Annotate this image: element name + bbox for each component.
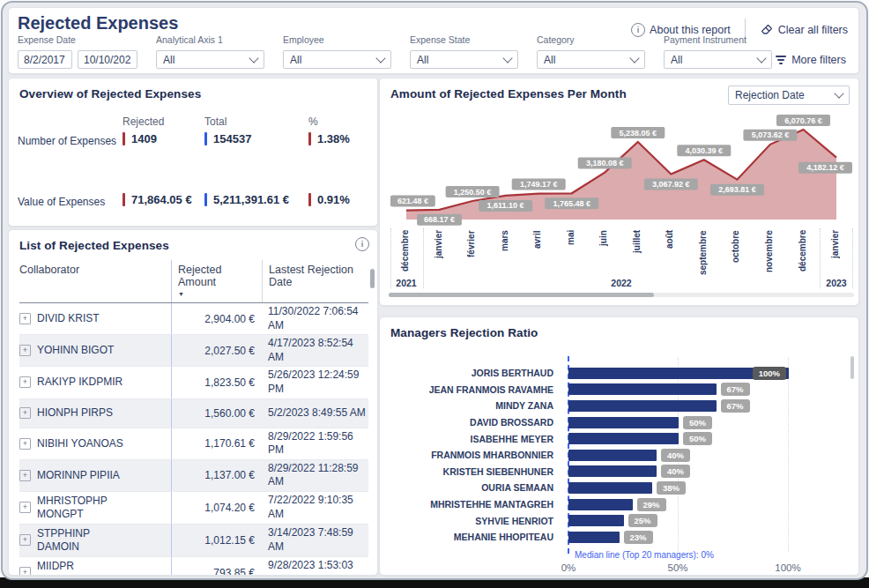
dropdown-employee[interactable]: All [283,50,391,69]
cell-rejection-date: 3/14/2023 7:48:59 AM [262,525,368,555]
axis-tick-0: 0% [561,562,576,573]
table-row[interactable]: +STPPHINP DAMOIN1,012.15 €3/14/2023 7:48… [19,525,368,557]
bar-isabehhe-meyer[interactable] [568,433,679,444]
data-label: 5,238.05 € [620,129,657,138]
bar-row[interactable]: OURIA SEMAAN38% [389,480,850,496]
bar-row[interactable]: DAVID BROSSARD50% [389,414,850,431]
table-row[interactable]: +MIIDPR JIARPGAIBPRRY793.85 €9/28/2023 1… [19,557,368,576]
clear-all-filters-button[interactable]: Clear all filters [760,23,848,37]
bar-track: 25% [568,515,789,526]
collaborator-name: DIVID KRIST [37,312,100,325]
cell-collaborator: +DIVID KRIST [19,309,171,328]
bar-row[interactable]: SYHVIE HENRIOT25% [389,512,850,529]
bar-mehanie-hhopiteau[interactable] [568,532,620,543]
table-row[interactable]: +MHRISTOPHP MONGPT1,074.20 €7/22/2022 9:… [19,492,368,525]
month-label: juin [598,230,608,276]
dropdown-analytical-axis-1[interactable]: All [156,50,264,69]
filter-icon [776,56,786,64]
bar-row[interactable]: MHRISTEHHE MANTAGREH29% [389,496,850,513]
table-row[interactable]: +MORINNP PIPIIA1,137.00 €8/29/2022 11:28… [19,460,368,492]
red-tick-icon [308,193,311,206]
cell-collaborator: +MORINNP PIPIIA [19,466,171,485]
column-header-rejected-amount[interactable]: Rejected Amount ▼ [171,260,262,302]
collaborator-name: NIBIHI YOANOAS [37,437,123,450]
bar-category-label: MINDY ZANA [389,400,561,411]
bar-value-label: 67% [721,383,750,396]
expand-icon[interactable]: + [19,567,31,576]
month-label: mai [566,230,576,276]
collaborator-name: RAKIYP IKDPMIR [37,376,123,389]
data-label: 3,067.92 € [652,180,690,189]
bar-row[interactable]: KRISTEH SIEBENHUNER40% [389,464,850,480]
chart-hscroll-thumb[interactable] [389,293,654,297]
bar-value-label: 50% [683,432,712,445]
bar-chart: JORIS BERTHAUD100%JEAN FRANMOIS RAVAMHE6… [389,344,850,575]
cell-rejected-amount: 1,823.50 € [171,367,262,398]
managers-scrollbar-thumb[interactable] [850,356,854,379]
expand-icon[interactable]: + [19,502,31,513]
dropdown-expense-state[interactable]: All [410,50,518,69]
bar-mhristehhe-mantagreh[interactable] [568,499,633,510]
bar-kristeh-siebenhuner[interactable] [568,465,657,477]
filter-label: Analytical Axis 1 [156,34,264,45]
rejection-date-dropdown[interactable]: Rejection Date [728,86,850,105]
data-label: 6,070.76 € [784,116,822,125]
expand-icon[interactable]: + [19,313,31,324]
table-row[interactable]: +DIVID KRIST2,904.00 €11/30/2022 7:06:54… [19,303,368,335]
collaborator-name: MHRISTOPHP MONGPT [37,495,129,521]
expand-icon[interactable]: + [19,534,31,546]
bar-franmois-mharbonnier[interactable] [568,450,657,461]
more-filters-button[interactable]: More filters [776,54,846,66]
overview-col-rejected: Rejected [123,115,164,128]
cell-rejection-date: 9/28/2023 1:53:03 PM [262,557,368,576]
column-header-collaborator[interactable]: Collaborator [19,260,171,302]
cell-rejected-amount: 1,170.61 € [171,428,262,459]
month-label: septembre [698,230,708,276]
bar-row[interactable]: ISABEHHE MEYER50% [389,430,850,447]
table-row[interactable]: +HIONPH PIRPS1,560.00 €5/2/2023 8:49:55 … [19,399,368,428]
expand-icon[interactable]: + [19,376,31,388]
cell-rejected-amount: 2,904.00 € [171,303,262,334]
bar-jean-franmois-ravamhe[interactable] [568,383,717,395]
bar-row[interactable]: FRANMOIS MHARBONNIER40% [389,447,850,464]
red-tick-icon [123,132,125,145]
bar-syhvie-henriot[interactable] [568,515,624,526]
filter-expense-date: Expense Date [18,34,137,69]
date-to-input[interactable] [78,50,137,69]
list-scrollbar-thumb[interactable] [370,269,375,288]
data-label: 4,030.39 € [686,146,724,155]
expand-icon[interactable]: + [19,470,31,481]
bar-ouria-semaan[interactable] [568,482,652,494]
year-label: 2022 [611,278,631,288]
bar-value-label: 23% [624,531,653,544]
table-row[interactable]: +YOHINN BIGOT2,027.50 €4/17/2023 8:52:54… [19,335,368,367]
bar-row[interactable]: MINDY ZANA67% [389,398,850,414]
info-icon[interactable]: i [355,237,369,251]
expand-icon[interactable]: + [19,407,31,419]
bar-david-brossard[interactable] [568,417,679,428]
dropdown-payment-instrument[interactable]: All [664,50,772,69]
bar-track: 40% [568,465,789,477]
bar-row[interactable]: JEAN FRANMOIS RAVAMHE67% [389,382,850,398]
column-header-rejection-date[interactable]: Lastest Rejection Date [262,260,368,302]
bar-track: 100% [568,368,789,379]
month-label: juillet [632,230,642,276]
dropdown-category[interactable]: All [537,50,645,69]
kpi-number-rejected: 1409 [123,132,157,145]
bar-track: 38% [568,482,789,494]
data-label: 1,611.10 € [487,201,524,210]
expand-icon[interactable]: + [19,345,31,356]
data-label: 1,250.50 € [454,188,492,197]
data-label: 3,180.08 € [586,159,624,167]
bar-row[interactable]: MEHANIE HHOPITEAU23% [389,529,850,546]
more-filters-label: More filters [791,54,846,66]
expand-icon[interactable]: + [19,438,31,450]
table-row[interactable]: +RAKIYP IKDPMIR1,823.50 €5/26/2023 12:24… [19,367,368,398]
date-from-input[interactable] [18,50,72,69]
bar-row[interactable]: JORIS BERTHAUD100% [389,365,850,382]
bar-category-label: SYHVIE HENRIOT [389,516,561,526]
bar-category-label: MEHANIE HHOPITEAU [389,532,561,542]
bar-mindy-zana[interactable] [568,400,717,412]
table-row[interactable]: +NIBIHI YOANOAS1,170.61 €8/29/2022 1:59:… [19,428,368,460]
bar-category-label: DAVID BROSSARD [389,417,561,428]
